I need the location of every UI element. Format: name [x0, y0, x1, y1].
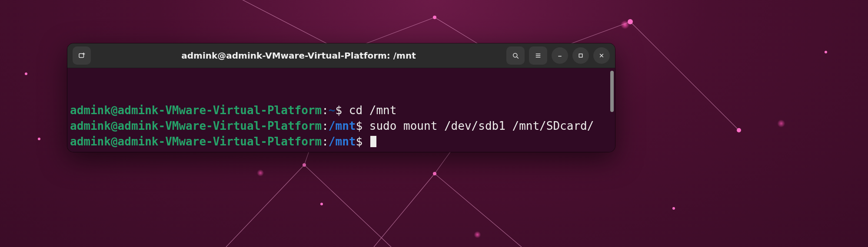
svg-point-15	[303, 163, 306, 167]
svg-line-6	[304, 165, 391, 247]
minimize-button[interactable]	[552, 47, 568, 64]
minimize-icon	[556, 52, 564, 59]
svg-point-21	[825, 51, 827, 53]
prompt-colon: :	[322, 119, 329, 132]
terminal-body[interactable]: admink@admink-VMware-Virtual-Platform:~$…	[67, 68, 615, 152]
new-tab-icon	[78, 52, 86, 59]
terminal-line: admink@admink-VMware-Virtual-Platform:/m…	[70, 119, 612, 134]
svg-line-9	[435, 174, 522, 247]
close-icon	[598, 52, 605, 59]
terminal-line: admink@admink-VMware-Virtual-Platform:~$…	[70, 103, 612, 119]
prompt-path: /mnt	[329, 119, 356, 132]
titlebar-right-controls	[506, 46, 610, 65]
window-title: admink@admink-VMware-Virtual-Platform: /…	[96, 50, 501, 61]
svg-line-5	[226, 165, 304, 247]
prompt-dollar: $	[356, 119, 369, 132]
svg-point-18	[38, 138, 40, 140]
prompt-colon: :	[322, 135, 329, 148]
terminal-cursor	[370, 136, 376, 147]
svg-line-8	[374, 174, 435, 247]
prompt-user-host: admink@admink-VMware-Virtual-Platform	[70, 135, 322, 148]
titlebar[interactable]: admink@admink-VMware-Virtual-Platform: /…	[67, 43, 615, 68]
svg-point-16	[433, 172, 436, 175]
prompt-user-host: admink@admink-VMware-Virtual-Platform	[70, 104, 322, 117]
prompt-dollar: $	[336, 104, 349, 117]
search-button[interactable]	[506, 46, 525, 65]
svg-point-20	[672, 207, 675, 210]
search-icon	[512, 52, 519, 59]
terminal-scrollbar[interactable]	[610, 71, 614, 112]
svg-point-19	[25, 72, 27, 75]
new-tab-button[interactable]	[73, 46, 91, 65]
prompt-dollar: $	[356, 135, 369, 148]
prompt-path: ~	[329, 104, 336, 117]
maximize-button[interactable]	[572, 47, 589, 64]
svg-point-26	[513, 53, 517, 57]
svg-point-12	[433, 16, 436, 19]
svg-point-14	[628, 19, 633, 24]
svg-line-10	[630, 22, 739, 130]
command-text: sudo mount /dev/sdb1 /mnt/SDcard/	[369, 119, 594, 132]
hamburger-menu-button[interactable]	[529, 46, 547, 65]
terminal-line: admink@admink-VMware-Virtual-Platform:/m…	[70, 134, 612, 150]
prompt-colon: :	[322, 104, 329, 117]
svg-rect-32	[579, 54, 582, 57]
prompt-user-host: admink@admink-VMware-Virtual-Platform	[70, 119, 322, 132]
maximize-icon	[577, 52, 585, 59]
prompt-path: /mnt	[329, 135, 356, 148]
terminal-window: admink@admink-VMware-Virtual-Platform: /…	[67, 43, 615, 152]
command-text: cd /mnt	[349, 104, 397, 117]
svg-point-17	[737, 128, 741, 132]
svg-line-27	[517, 57, 519, 59]
hamburger-icon	[534, 52, 542, 59]
svg-point-22	[320, 203, 323, 205]
close-button[interactable]	[593, 47, 610, 64]
